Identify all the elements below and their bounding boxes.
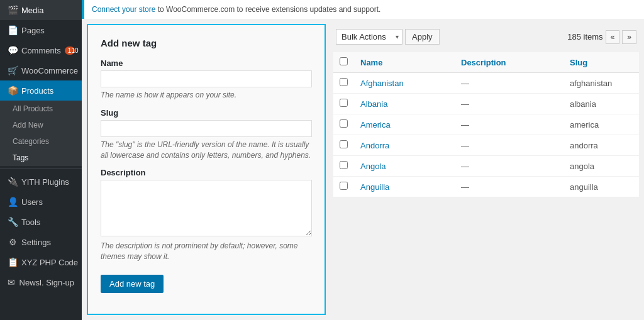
tools-label: Tools (21, 218, 40, 227)
sidebar: 🎬 Media 📄 Pages 💬 Comments 110 🛒 WooComm… (0, 0, 82, 320)
col-slug-header[interactable]: Slug (564, 52, 639, 73)
sidebar-item-settings[interactable]: ⚙ Settings (0, 232, 82, 252)
table-row: Anguilla — anguilla (333, 177, 639, 197)
sidebar-item-products[interactable]: 📦 Products (0, 80, 82, 101)
notice-text: to WooCommerce.com to receive extensions… (155, 5, 380, 14)
sidebar-item-add-new[interactable]: Add New (0, 117, 82, 133)
items-count: 185 items (567, 32, 602, 41)
table-row: Albania — albania (333, 94, 639, 114)
row-description-cell: — (455, 156, 564, 177)
row-description-cell: — (455, 177, 564, 197)
row-name-cell: Albania (354, 94, 455, 114)
row-slug-cell: afghanistan (564, 73, 639, 94)
categories-label: Categories (13, 137, 49, 146)
row-checkbox-cell (333, 156, 354, 177)
row-slug-cell: anguilla (564, 177, 639, 197)
sidebar-item-pages[interactable]: 📄 Pages (0, 20, 82, 40)
row-checkbox[interactable] (340, 140, 348, 148)
comments-badge: 110 (65, 47, 75, 55)
description-form-group: Description The description is not promi… (101, 168, 312, 262)
bulk-actions-select[interactable]: Bulk Actions (336, 29, 402, 45)
settings-label: Settings (21, 238, 51, 247)
description-input[interactable] (101, 180, 312, 236)
col-check (333, 52, 354, 73)
row-name-cell: America (354, 114, 455, 135)
row-description-cell: — (455, 73, 564, 94)
sidebar-item-categories[interactable]: Categories (0, 133, 82, 150)
select-all-checkbox[interactable] (340, 57, 348, 65)
row-checkbox-cell (333, 177, 354, 197)
table-row: Afghanistan — afghanistan (333, 73, 639, 94)
form-title: Add new tag (101, 38, 312, 48)
sidebar-item-xyz-php[interactable]: 📋 XYZ PHP Code (0, 252, 82, 272)
sidebar-item-comments[interactable]: 💬 Comments 110 (0, 40, 82, 60)
table-row: Andorra — andorra (333, 135, 639, 156)
users-icon: 👤 (8, 197, 18, 207)
row-name-link[interactable]: Albania (360, 99, 387, 109)
slug-hint: The "slug" is the URL-friendly version o… (101, 140, 312, 161)
apply-button[interactable]: Apply (405, 29, 440, 45)
row-description-cell: — (455, 135, 564, 156)
row-name-link[interactable]: Afghanistan (360, 79, 404, 88)
xyz-icon: 📋 (8, 257, 18, 267)
products-icon: 📦 (8, 86, 18, 96)
row-checkbox-cell (333, 114, 354, 135)
newsl-label: Newsl. Sign-up (19, 278, 74, 287)
row-checkbox[interactable] (340, 119, 348, 128)
add-tag-button[interactable]: Add new tag (101, 275, 164, 293)
next-page-button[interactable]: » (622, 30, 636, 44)
tags-table: Name Description Slug Afghanistan — afgh… (333, 52, 639, 197)
main-content: Connect your store to WooCommerce.com to… (82, 0, 644, 320)
sidebar-item-yith-plugins[interactable]: 🔌 YITH Plugins (0, 172, 82, 192)
add-tag-form-panel: Add new tag Name The name is how it appe… (87, 24, 326, 315)
sidebar-item-newsl-signup[interactable]: ✉ Newsl. Sign-up (0, 272, 82, 292)
notice-link[interactable]: Connect your store (92, 5, 155, 14)
row-checkbox[interactable] (340, 78, 348, 86)
name-input[interactable] (101, 70, 312, 87)
yith-icon: 🔌 (8, 177, 18, 187)
row-name-link[interactable]: America (360, 120, 391, 130)
table-row: America — america (333, 114, 639, 135)
row-name-cell: Afghanistan (354, 73, 455, 94)
row-description-cell: — (455, 114, 564, 135)
xyz-label: XYZ PHP Code (21, 258, 78, 267)
sidebar-item-users[interactable]: 👤 Users (0, 192, 82, 212)
sidebar-divider (0, 168, 82, 169)
row-checkbox[interactable] (340, 161, 348, 169)
table-panel: Bulk Actions Apply 185 items « » (326, 19, 644, 320)
row-name-link[interactable]: Angola (360, 162, 386, 171)
all-products-label: All Products (13, 104, 53, 113)
tags-label: Tags (13, 153, 28, 162)
slug-input[interactable] (101, 120, 312, 137)
name-label: Name (101, 58, 312, 68)
row-checkbox[interactable] (340, 182, 348, 190)
description-label: Description (101, 168, 312, 177)
sidebar-item-tags[interactable]: Tags (0, 150, 82, 166)
sidebar-item-label: Products (21, 86, 53, 96)
row-checkbox-cell (333, 135, 354, 156)
users-label: Users (21, 197, 43, 207)
sidebar-item-label: Comments (21, 46, 61, 55)
slug-form-group: Slug The "slug" is the URL-friendly vers… (101, 108, 312, 161)
row-checkbox-cell (333, 73, 354, 94)
comments-icon: 💬 (8, 45, 18, 55)
sidebar-item-media[interactable]: 🎬 Media (0, 0, 82, 20)
row-name-link[interactable]: Anguilla (360, 182, 389, 192)
tools-icon: 🔧 (8, 217, 18, 227)
sidebar-item-woocommerce[interactable]: 🛒 WooCommerce (0, 60, 82, 80)
col-description-header[interactable]: Description (455, 52, 564, 73)
add-new-label: Add New (13, 121, 43, 130)
sidebar-item-label: WooCommerce (21, 66, 78, 75)
sidebar-item-all-products[interactable]: All Products (0, 101, 82, 117)
name-hint: The name is how it appears on your site. (101, 90, 312, 101)
sidebar-item-tools[interactable]: 🔧 Tools (0, 212, 82, 232)
table-header: Name Description Slug (333, 52, 639, 73)
prev-page-button[interactable]: « (606, 30, 620, 44)
media-icon: 🎬 (8, 5, 18, 15)
row-checkbox[interactable] (340, 99, 348, 107)
sidebar-item-label: Media (21, 6, 43, 15)
col-name-header[interactable]: Name (354, 52, 455, 73)
row-name-link[interactable]: Andorra (360, 141, 389, 150)
row-name-cell: Angola (354, 156, 455, 177)
row-description-cell: — (455, 94, 564, 114)
